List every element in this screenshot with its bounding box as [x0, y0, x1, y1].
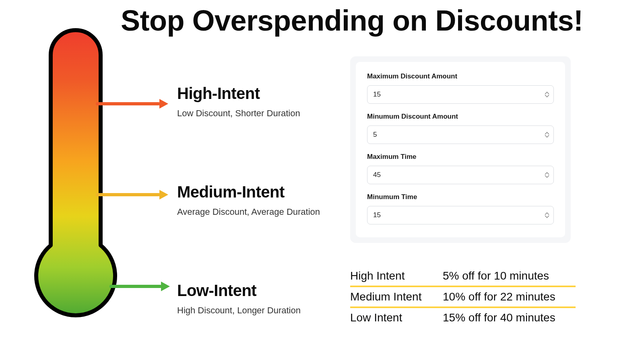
thermometer-graphic [31, 26, 120, 328]
field-min-time: Minumum Time 15 [367, 193, 554, 224]
number-input[interactable]: 5 [367, 125, 554, 144]
field-value: 45 [373, 171, 381, 179]
field-max-discount: Maximum Discount Amount 15 [367, 72, 554, 104]
label-low-intent: Low-Intent High Discount, Longer Duratio… [177, 282, 354, 316]
label-title: Medium-Intent [177, 183, 354, 201]
label-subtitle: Low Discount, Shorter Duration [177, 108, 354, 119]
number-input[interactable]: 45 [367, 166, 554, 184]
label-high-intent: High-Intent Low Discount, Shorter Durati… [177, 84, 354, 119]
summary-label: High Intent [350, 269, 443, 282]
summary-row: High Intent 5% off for 10 minutes [350, 266, 576, 286]
summary-table: High Intent 5% off for 10 minutes Medium… [350, 266, 576, 327]
stepper-icon[interactable] [545, 212, 549, 218]
field-max-time: Maximum Time 45 [367, 153, 554, 184]
stepper-icon[interactable] [545, 132, 549, 138]
thermometer-icon [31, 26, 120, 328]
field-label: Maximum Time [367, 153, 554, 161]
page-title: Stop Overspending on Discounts! [121, 4, 604, 37]
summary-value: 15% off for 40 minutes [443, 311, 576, 324]
summary-row: Low Intent 15% off for 40 minutes [350, 308, 576, 327]
field-value: 15 [373, 211, 381, 219]
summary-value: 10% off for 22 minutes [443, 290, 576, 303]
field-value: 15 [373, 90, 381, 99]
stepper-icon[interactable] [545, 172, 549, 178]
intent-labels: High-Intent Low Discount, Shorter Durati… [177, 84, 354, 316]
summary-label: Medium Intent [350, 290, 443, 303]
summary-row: Medium Intent 10% off for 22 minutes [350, 287, 576, 306]
label-title: High-Intent [177, 84, 354, 103]
field-label: Minumum Discount Amount [367, 113, 554, 121]
label-subtitle: Average Discount, Average Duration [177, 207, 354, 217]
summary-value: 5% off for 10 minutes [443, 269, 576, 282]
summary-label: Low Intent [350, 311, 443, 324]
svg-rect-0 [31, 26, 120, 328]
field-label: Maximum Discount Amount [367, 72, 554, 80]
label-subtitle: High Discount, Longer Duration [177, 305, 354, 316]
label-title: Low-Intent [177, 282, 354, 300]
label-medium-intent: Medium-Intent Average Discount, Average … [177, 183, 354, 217]
field-value: 5 [373, 131, 377, 139]
settings-card: Maximum Discount Amount 15 Minumum Disco… [356, 62, 565, 237]
settings-panel: Maximum Discount Amount 15 Minumum Disco… [350, 56, 571, 243]
diagram-root: Stop Overspending on Discounts! [0, 0, 644, 362]
field-label: Minumum Time [367, 193, 554, 201]
field-min-discount: Minumum Discount Amount 5 [367, 113, 554, 144]
number-input[interactable]: 15 [367, 85, 554, 104]
stepper-icon[interactable] [545, 91, 549, 98]
number-input[interactable]: 15 [367, 206, 554, 224]
